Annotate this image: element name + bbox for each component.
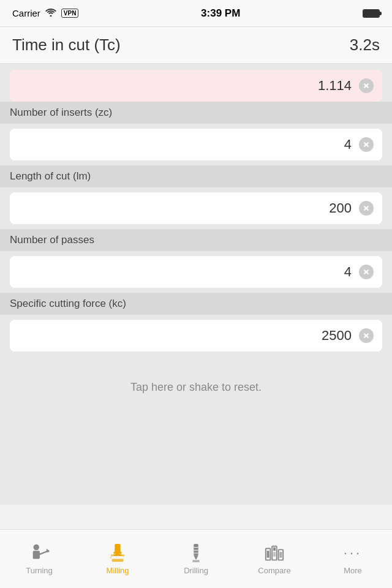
svg-rect-6 [113, 552, 121, 554]
more-icon: ··· [342, 543, 363, 564]
svg-rect-7 [113, 554, 122, 556]
tab-bar: Turning Milling [0, 529, 392, 588]
cutting-force-clear-button[interactable] [359, 328, 374, 343]
inserts-label: Number of inserts (zc) [0, 102, 392, 124]
wifi-icon [45, 8, 56, 18]
drilling-icon [186, 543, 206, 564]
passes-clear-button[interactable] [359, 265, 374, 279]
svg-rect-21 [273, 548, 276, 551]
status-time: 3:39 PM [201, 7, 240, 20]
cutting-force-label: Specific cutting force (kc) [0, 293, 392, 315]
tab-compare[interactable]: Compare [235, 530, 314, 588]
svg-rect-11 [112, 559, 124, 562]
cutting-force-value: 2500 [18, 328, 352, 344]
passes-input-row[interactable]: 4 [10, 256, 382, 288]
svg-rect-2 [33, 551, 40, 559]
svg-rect-19 [267, 551, 270, 557]
svg-rect-17 [192, 560, 199, 562]
passes-label: Number of passes [0, 229, 392, 251]
svg-rect-24 [280, 552, 282, 557]
first-clear-button[interactable] [359, 78, 374, 93]
passes-section: Number of passes 4 [0, 229, 392, 293]
carrier-label: Carrier [12, 8, 40, 18]
status-right [363, 9, 380, 18]
page-header: Time in cut (Tc) 3.2s [0, 27, 392, 64]
svg-point-1 [34, 545, 39, 550]
first-field-container: 1.114 [0, 64, 392, 102]
status-bar: Carrier VPN 3:39 PM [0, 0, 392, 27]
cutting-force-input-row[interactable]: 2500 [10, 320, 382, 352]
page-title: Time in cut (Tc) [12, 36, 121, 55]
tab-more[interactable]: ··· More [314, 530, 392, 588]
tab-turning-label: Turning [26, 566, 53, 575]
inserts-clear-button[interactable] [359, 137, 374, 152]
length-label: Length of cut (lm) [0, 165, 392, 187]
svg-point-10 [123, 554, 125, 557]
tab-turning[interactable]: Turning [0, 530, 78, 588]
status-left: Carrier VPN [12, 8, 78, 18]
reset-text: Tap here or shake to reset. [130, 381, 262, 393]
compare-icon [264, 543, 285, 564]
first-input-row[interactable]: 1.114 [10, 70, 382, 102]
svg-point-8 [111, 554, 113, 557]
header-result-value: 3.2s [350, 36, 380, 55]
length-section: Length of cut (lm) 200 [0, 165, 392, 229]
first-field-value: 1.114 [18, 78, 352, 94]
passes-value: 4 [18, 264, 352, 280]
tab-milling-label: Milling [107, 566, 129, 575]
inserts-section: Number of inserts (zc) 4 [0, 102, 392, 165]
svg-point-0 [50, 15, 51, 17]
inserts-input-row[interactable]: 4 [10, 129, 382, 160]
tab-drilling-label: Drilling [184, 566, 208, 575]
svg-point-9 [110, 557, 111, 559]
inserts-value: 4 [18, 137, 352, 153]
length-value: 200 [18, 200, 352, 216]
length-clear-button[interactable] [359, 201, 374, 216]
svg-rect-22 [273, 552, 276, 557]
tab-milling[interactable]: Milling [78, 530, 157, 588]
milling-icon [107, 543, 128, 564]
tab-drilling[interactable]: Drilling [157, 530, 235, 588]
turning-icon [29, 543, 50, 564]
svg-marker-16 [194, 556, 198, 560]
cutting-force-section: Specific cutting force (kc) 2500 [0, 293, 392, 356]
tab-more-label: More [344, 566, 362, 575]
vpn-badge: VPN [61, 9, 79, 18]
svg-rect-12 [194, 544, 198, 556]
length-input-row[interactable]: 200 [10, 192, 382, 224]
battery-icon [363, 9, 380, 18]
reset-area[interactable]: Tap here or shake to reset. [0, 356, 392, 418]
tab-compare-label: Compare [258, 566, 290, 575]
